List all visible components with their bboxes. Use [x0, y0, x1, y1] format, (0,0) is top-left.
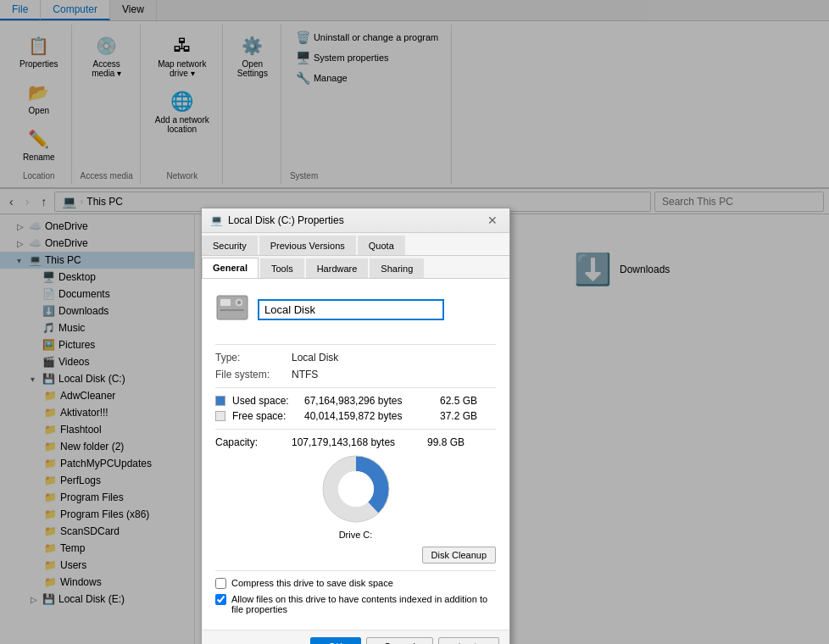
sidebar-item-perflogs[interactable]: 📁 PerfLogs [0, 472, 194, 489]
tab-previous-versions[interactable]: Previous Versions [259, 236, 356, 255]
tab-file[interactable]: File [0, 0, 41, 20]
compress-checkbox[interactable] [215, 578, 226, 589]
used-color [215, 396, 225, 406]
folder-tile-downloads[interactable]: ⬇️ Downloads [568, 245, 737, 294]
up-button[interactable]: ↑ [36, 192, 51, 211]
sidebar-item-aktivator[interactable]: 📁 Aktivator!!! [0, 404, 194, 421]
tab-hardware[interactable]: Hardware [306, 258, 369, 278]
ok-button[interactable]: OK [310, 637, 361, 644]
uninstall-icon: 🗑️ [296, 31, 310, 44]
open-button[interactable]: 📂 Open [19, 75, 59, 119]
disk-name-input[interactable] [258, 299, 444, 320]
sidebar-item-downloads[interactable]: ⬇️ Downloads [0, 303, 194, 319]
add-network-label: Add a networklocation [155, 115, 209, 134]
sidebar-item-music[interactable]: 🎵 Music [0, 319, 194, 336]
program-files-label: Program Files [60, 491, 124, 503]
apply-button[interactable]: Apply [438, 637, 499, 644]
disk-cleanup-button[interactable]: Disk Cleanup [422, 547, 496, 564]
local-e-icon: 💾 [42, 593, 55, 605]
free-gb: 37.2 GB [440, 410, 477, 422]
add-network-button[interactable]: 🌐 Add a networklocation [149, 84, 215, 138]
divider4 [215, 570, 496, 571]
tab-tools[interactable]: Tools [260, 258, 304, 278]
dialog-title-text: Local Disk (C:) Properties [228, 214, 344, 226]
sidebar-item-thispc[interactable]: ▾ 💻 This PC [0, 252, 194, 269]
sidebar-item-users[interactable]: 📁 Users [0, 557, 194, 574]
sidebar-item-local-c[interactable]: ▾ 💾 Local Disk (C:) [0, 370, 194, 387]
sidebar-item-desktop[interactable]: 🖥️ Desktop [0, 269, 194, 286]
sidebar-item-scansdcard[interactable]: 📁 ScanSDCard [0, 523, 194, 540]
users-icon: 📁 [44, 559, 57, 571]
adwcleaner-label: AdwCleaner [60, 390, 115, 402]
cancel-button[interactable]: Cancel [366, 637, 433, 644]
downloads-folder-label: Downloads [620, 264, 670, 275]
tab-general[interactable]: General [202, 258, 259, 278]
system-buttons: 🗑️ Uninstall or change a program 🖥️ Syst… [290, 28, 444, 87]
access-media-label: Accessmedia ▾ [92, 59, 121, 78]
system-props-label: System properties [314, 53, 389, 63]
sidebar-item-local-e[interactable]: ▷ 💾 Local Disk (E:) [0, 591, 194, 608]
access-media-group-label: Access media [81, 168, 133, 180]
sidebar-item-flashtool[interactable]: 📁 Flashtool [0, 421, 194, 438]
system-props-button[interactable]: 🖥️ System properties [290, 48, 444, 67]
tab-computer[interactable]: Computer [41, 0, 110, 20]
properties-dialog: 💻 Local Disk (C:) Properties ✕ Security … [201, 208, 510, 644]
back-button[interactable]: ‹ [5, 192, 18, 211]
uninstall-button[interactable]: 🗑️ Uninstall or change a program [290, 28, 444, 47]
capacity-row: Capacity: 107,179,143,168 bytes 99.8 GB [215, 436, 496, 448]
properties-button[interactable]: 📋 Properties [14, 28, 64, 73]
forward-button[interactable]: › [21, 192, 34, 211]
dialog-close-button[interactable]: ✕ [484, 214, 501, 227]
expand-arrow: ▷ [17, 239, 25, 248]
sidebar-item-program-files-x86[interactable]: 📁 Program Files (x86) [0, 506, 194, 523]
compress-label: Compress this drive to save disk space [231, 578, 393, 588]
sidebar-item-windows[interactable]: 📁 Windows [0, 574, 194, 591]
map-network-button[interactable]: 🖧 Map networkdrive ▾ [152, 28, 212, 82]
dialog-footer: OK Cancel Apply [202, 630, 509, 644]
index-label: Allow files on this drive to have conten… [231, 594, 496, 614]
tab-view[interactable]: View [110, 0, 157, 20]
open-icon: 📂 [25, 79, 53, 106]
compress-row: Compress this drive to save disk space [215, 578, 496, 589]
flashtool-label: Flashtool [60, 424, 102, 436]
filesystem-row: File system: NTFS [215, 369, 496, 380]
svg-rect-4 [220, 309, 244, 311]
capacity-bytes: 107,179,143,168 bytes [292, 436, 427, 448]
sidebar-item-pictures[interactable]: 🖼️ Pictures [0, 336, 194, 353]
program-files-x86-icon: 📁 [44, 508, 57, 520]
thispc-icon: 💻 [29, 254, 42, 266]
sidebar-item-patchmypc[interactable]: 📁 PatchMyPCUpdates [0, 455, 194, 472]
properties-label: Properties [19, 59, 58, 69]
ribbon-group-network: 🖧 Map networkdrive ▾ 🌐 Add a networkloca… [142, 25, 223, 184]
search-input[interactable] [654, 192, 824, 212]
tab-sharing[interactable]: Sharing [370, 258, 424, 278]
sidebar-item-adwcleaner[interactable]: 📁 AdwCleaner [0, 387, 194, 404]
access-media-button[interactable]: 💿 Accessmedia ▾ [86, 28, 127, 82]
manage-button[interactable]: 🔧 Manage [290, 69, 444, 87]
sidebar-item-temp[interactable]: 📁 Temp [0, 540, 194, 557]
divider3 [215, 429, 496, 430]
tab-quota[interactable]: Quota [358, 236, 405, 255]
sidebar-item-newfolder2[interactable]: 📁 New folder (2) [0, 438, 194, 455]
filesystem-label: File system: [215, 369, 292, 380]
scansdcard-label: ScanSDCard [60, 525, 120, 537]
open-settings-label: OpenSettings [237, 59, 268, 78]
videos-icon: 🎬 [42, 356, 55, 368]
sidebar-item-program-files[interactable]: 📁 Program Files [0, 489, 194, 506]
sidebar-item-videos[interactable]: 🎬 Videos [0, 353, 194, 370]
system-props-icon: 🖥️ [296, 51, 310, 64]
free-bytes: 40,014,159,872 bytes [304, 410, 440, 422]
svg-point-8 [323, 456, 389, 522]
newfolder2-label: New folder (2) [60, 441, 124, 452]
sidebar-item-onedrive2[interactable]: ▷ ☁️ OneDrive [0, 235, 194, 252]
used-bytes: 67,164,983,296 bytes [304, 395, 440, 407]
sidebar-item-onedrive1[interactable]: ▷ ☁️ OneDrive [0, 218, 194, 235]
rename-button[interactable]: ✏️ Rename [17, 121, 61, 166]
sidebar-item-documents[interactable]: 📄 Documents [0, 286, 194, 303]
ribbon-tabs: File Computer View [0, 0, 829, 21]
index-checkbox[interactable] [215, 594, 226, 605]
open-settings-button[interactable]: ⚙️ OpenSettings [231, 28, 274, 82]
tab-security[interactable]: Security [202, 236, 258, 255]
expand-arrow: ▾ [17, 256, 25, 265]
temp-label: Temp [60, 542, 85, 554]
